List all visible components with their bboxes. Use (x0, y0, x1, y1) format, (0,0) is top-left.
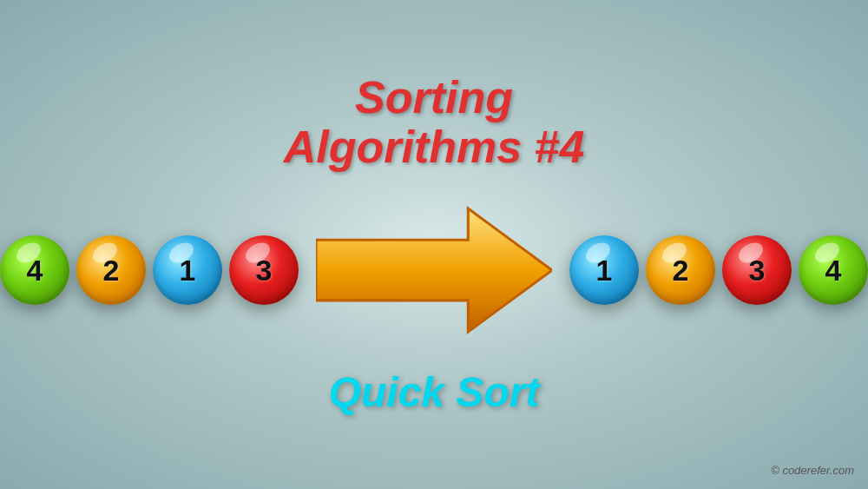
ball-unsorted-4: 3 (229, 235, 299, 305)
arrow-container (316, 198, 552, 342)
svg-marker-0 (316, 208, 552, 332)
ball-unsorted-2: 2 (76, 235, 146, 305)
ball-sorted-2: 2 (646, 235, 715, 305)
ball-sorted-1: 1 (569, 235, 639, 305)
title-area: Sorting Algorithms #4 (284, 73, 585, 172)
ball-unsorted-1: 4 (0, 235, 69, 305)
copyright: © coderefer.com (771, 464, 854, 477)
title-line1: Sorting (284, 73, 585, 122)
title-line2: Algorithms #4 (284, 122, 585, 172)
ball-sorted-4: 4 (799, 235, 868, 305)
subtitle: Quick Sort (329, 368, 540, 416)
balls-row: 4 2 1 3 1 2 3 4 (0, 198, 868, 342)
ball-unsorted-3: 1 (153, 235, 222, 305)
ball-sorted-3: 3 (722, 235, 792, 305)
arrow-icon (316, 198, 552, 342)
